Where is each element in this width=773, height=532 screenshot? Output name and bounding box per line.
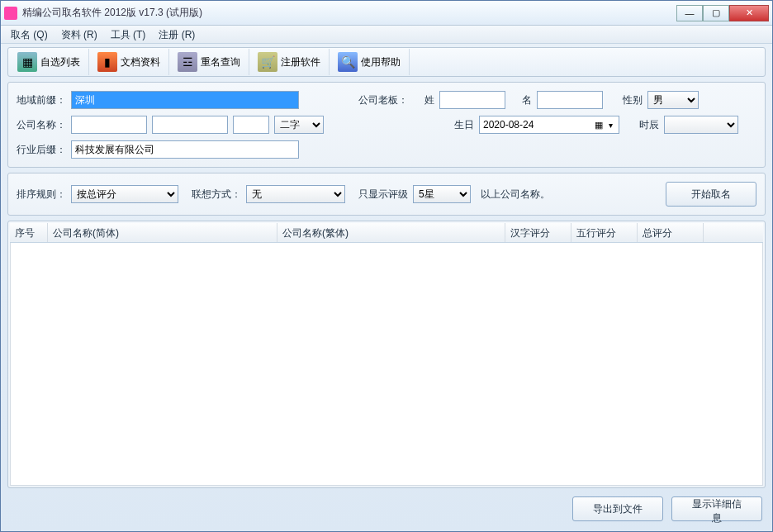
results-body[interactable] <box>10 243 763 486</box>
col-total-score[interactable]: 总评分 <box>638 223 704 242</box>
help-icon: 🔍 <box>338 52 358 72</box>
row-1: 地域前缀： 公司老板： 姓 名 性别 男 <box>17 91 756 109</box>
menu-tools[interactable]: 工具 (T) <box>104 26 153 43</box>
hour-label: 时辰 <box>639 118 659 132</box>
star-select[interactable]: 5星 <box>413 185 471 203</box>
minimize-button[interactable]: — <box>676 5 703 21</box>
start-naming-button[interactable]: 开始取名 <box>666 182 756 207</box>
industry-suffix-label: 行业后缀： <box>17 143 66 157</box>
titlebar: 精编公司取名软件 2012版 v17.3 (试用版) — ▢ ✕ <box>1 1 772 26</box>
row-2: 公司名称： 二字 生日 ▦ ▾ 时辰 <box>17 116 756 134</box>
tool-doc-data[interactable]: ▮ 文档资料 <box>89 49 169 75</box>
app-icon <box>4 7 17 20</box>
sort-rule-select[interactable]: 按总评分 <box>71 185 178 203</box>
company-name-label: 公司名称： <box>17 118 66 132</box>
tool-label: 文档资料 <box>121 55 160 69</box>
tool-label: 自选列表 <box>40 55 80 69</box>
gender-select[interactable]: 男 <box>647 91 699 109</box>
tool-label: 使用帮助 <box>361 55 401 69</box>
bottom-buttons: 导出到文件 显示详细信息 <box>7 488 766 525</box>
window-title: 精编公司取名软件 2012版 v17.3 (试用版) <box>22 6 676 20</box>
col-no[interactable]: 序号 <box>10 223 48 242</box>
close-button[interactable]: ✕ <box>729 5 769 21</box>
hour-select[interactable] <box>664 116 738 134</box>
tool-dup-check[interactable]: ☲ 重名查询 <box>169 49 249 75</box>
toolbar: ▦ 自选列表 ▮ 文档资料 ☲ 重名查询 🛒 注册软件 🔍 使用帮助 <box>7 47 766 77</box>
tool-custom-list[interactable]: ▦ 自选列表 <box>9 49 89 75</box>
birthday-field[interactable]: ▦ ▾ <box>479 116 619 134</box>
col-hanzi-score[interactable]: 汉字评分 <box>505 223 571 242</box>
menubar: 取名 (Q) 资料 (R) 工具 (T) 注册 (R) <box>1 26 772 44</box>
tool-help[interactable]: 🔍 使用帮助 <box>330 49 410 75</box>
results-panel: 序号 公司名称(简体) 公司名称(繁体) 汉字评分 五行评分 总评分 <box>7 221 766 488</box>
show-only-label: 只显示评级 <box>358 188 408 202</box>
assoc-method-label: 联想方式： <box>192 188 241 202</box>
birthday-label: 生日 <box>454 118 474 132</box>
export-button[interactable]: 导出到文件 <box>572 496 663 521</box>
col-spacer <box>704 223 763 242</box>
surname-input[interactable] <box>439 91 505 109</box>
industry-suffix-input[interactable] <box>71 140 299 159</box>
company-name-input-1[interactable] <box>71 116 147 134</box>
col-wuxing-score[interactable]: 五行评分 <box>571 223 638 242</box>
cart-icon: 🛒 <box>258 52 277 72</box>
tool-label: 重名查询 <box>201 55 240 69</box>
given-label: 名 <box>522 93 532 107</box>
menu-register[interactable]: 注册 (R) <box>152 26 202 43</box>
tool-label: 注册软件 <box>281 55 320 69</box>
list-icon: ▦ <box>17 52 37 72</box>
boss-label: 公司老板： <box>358 93 408 107</box>
gender-label: 性别 <box>623 93 643 107</box>
col-name-simplified[interactable]: 公司名称(简体) <box>48 223 277 242</box>
show-detail-button[interactable]: 显示详细信息 <box>671 496 762 521</box>
menu-naming[interactable]: 取名 (Q) <box>4 26 55 43</box>
birthday-input[interactable] <box>479 116 619 134</box>
above-names-label: 以上公司名称。 <box>481 188 550 202</box>
given-input[interactable] <box>537 91 603 109</box>
results-header: 序号 公司名称(简体) 公司名称(繁体) 汉字评分 五行评分 总评分 <box>10 223 763 243</box>
filter-row: 排序规则： 按总评分 联想方式： 无 只显示评级 5星 以上公司名称。 开始取名 <box>17 182 756 207</box>
book-icon: ▮ <box>97 52 117 72</box>
content-area: ▦ 自选列表 ▮ 文档资料 ☲ 重名查询 🛒 注册软件 🔍 使用帮助 地域 <box>1 44 772 531</box>
window-controls: — ▢ ✕ <box>676 5 769 21</box>
assoc-method-select[interactable]: 无 <box>246 185 345 203</box>
col-name-traditional[interactable]: 公司名称(繁体) <box>277 223 505 242</box>
filter-panel: 排序规则： 按总评分 联想方式： 无 只显示评级 5星 以上公司名称。 开始取名 <box>7 173 766 216</box>
input-panel: 地域前缀： 公司老板： 姓 名 性别 男 公司名称： 二字 生日 <box>7 82 766 168</box>
region-prefix-input[interactable] <box>71 91 299 109</box>
region-prefix-label: 地域前缀： <box>17 93 66 107</box>
tool-register[interactable]: 🛒 注册软件 <box>249 49 330 75</box>
sort-rule-label: 排序规则： <box>17 188 66 202</box>
maximize-button[interactable]: ▢ <box>703 5 729 21</box>
search-icon: ☲ <box>178 52 197 72</box>
company-name-input-2[interactable] <box>152 116 228 134</box>
row-3: 行业后缀： <box>17 140 756 159</box>
surname-label: 姓 <box>424 93 434 107</box>
menu-data[interactable]: 资料 (R) <box>55 26 104 43</box>
name-length-select[interactable]: 二字 <box>274 116 324 134</box>
app-window: 精编公司取名软件 2012版 v17.3 (试用版) — ▢ ✕ 取名 (Q) … <box>0 0 773 532</box>
company-name-input-3[interactable] <box>233 116 269 134</box>
